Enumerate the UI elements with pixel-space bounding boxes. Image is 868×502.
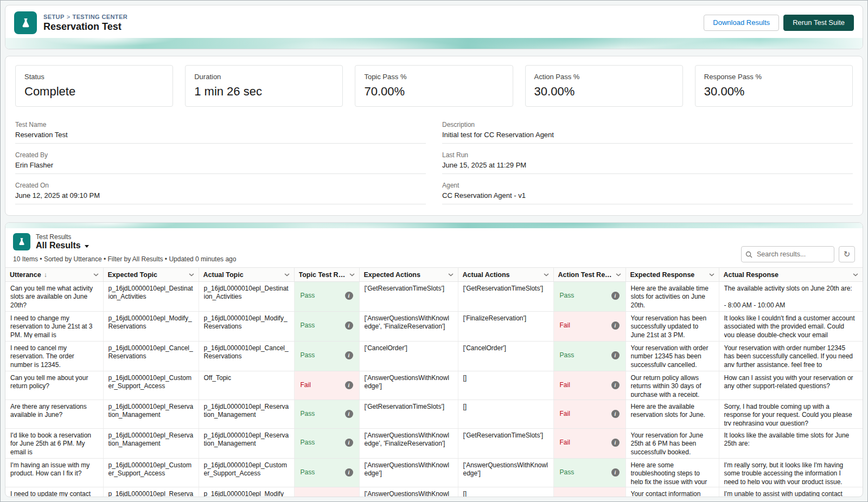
list-view-selector[interactable]: All Results	[36, 241, 89, 250]
info-icon[interactable]: i	[345, 468, 353, 477]
field-value: Reservation Test	[15, 131, 426, 139]
search-icon	[745, 250, 752, 260]
table-row: Are there any reservations available in …	[5, 400, 863, 429]
cell-actual-topic: p_16jdL0000010epl_Reservation_Management	[199, 429, 294, 459]
column-header-actual-actions[interactable]: Actual Actions	[458, 268, 553, 282]
cell-expected-response[interactable]: Your reservation for June 25th at 6 PM h…	[626, 429, 719, 459]
field-value: Initial test for CC Reservation Agent	[442, 131, 853, 139]
test-results-card: Test Results All Results 10 Items • Sort…	[5, 222, 863, 497]
cell-utterance: I'm having an issue with my product. How…	[5, 459, 103, 487]
chevron-down-icon[interactable]	[189, 273, 194, 276]
column-header-topic-test-result[interactable]: Topic Test Result	[294, 268, 359, 282]
info-icon[interactable]: i	[345, 381, 353, 389]
cell-actual-response[interactable]: Your reservation with order number 12345…	[719, 342, 863, 371]
field-label: Agent	[442, 182, 853, 189]
cell-actual-topic: p_16jdL0000010epl_Reservation_Management	[199, 400, 294, 429]
cell-topic-result: Passi	[294, 282, 359, 312]
cell-actual-response[interactable]: The available activity slots on June 20t…	[719, 282, 863, 312]
table-row: I need to update my contact information.…	[5, 487, 863, 497]
result-value: Fail	[301, 381, 311, 389]
table-row: I need to change my reservation to June …	[5, 312, 863, 342]
rerun-test-suite-button[interactable]: Rerun Test Suite	[783, 15, 854, 31]
cell-expected-response[interactable]: Your contact information has been succes…	[626, 487, 719, 497]
cell-actual-topic: p_16jdL0000010epl_Modify_Reservations	[199, 487, 294, 497]
breadcrumb-setup-link[interactable]: SETUP	[43, 14, 65, 20]
details-grid: Test Name Reservation Test Description I…	[15, 117, 853, 208]
stat-value: Complete	[24, 85, 164, 99]
cell-utterance: I need to update my contact information.…	[5, 487, 103, 497]
column-header-actual-response[interactable]: Actual Response	[719, 268, 863, 282]
results-table-container[interactable]: Utterance↓Expected TopicActual TopicTopi…	[5, 267, 863, 497]
cell-actual-response[interactable]: How can I assist you with your reservati…	[719, 371, 863, 400]
cell-expected-actions: ['GetReservationTimeSlots']	[359, 282, 458, 312]
column-header-expected-actions[interactable]: Expected Actions	[359, 268, 458, 282]
chevron-down-icon[interactable]	[448, 273, 454, 276]
field-label: Last Run	[442, 151, 853, 159]
info-icon[interactable]: i	[611, 321, 620, 330]
info-icon[interactable]: i	[611, 292, 620, 300]
cell-expected-response[interactable]: Here are some troubleshooting steps to h…	[626, 459, 719, 487]
cell-actual-actions: ['GetReservationTimeSlots']	[458, 282, 553, 312]
cell-actual-response[interactable]: Sorry, I had trouble coming up with a re…	[719, 400, 863, 429]
info-icon[interactable]: i	[345, 321, 353, 330]
info-icon[interactable]: i	[611, 351, 620, 359]
result-value: Fail	[560, 410, 570, 417]
cell-expected-topic: p_16jdL0000010epl_Customer_Support_Acces…	[103, 459, 199, 487]
info-icon[interactable]: i	[611, 381, 620, 389]
page-header: SETUP>TESTING CENTER Reservation Test Do…	[5, 5, 863, 49]
cell-utterance: Are there any reservations available in …	[5, 400, 103, 429]
stat-topic-pass: Topic Pass % 70.00%	[355, 65, 513, 107]
cell-actual-response[interactable]: I'm unable to assist with updating conta…	[719, 487, 863, 497]
cell-expected-response[interactable]: Your reservation has been successfully u…	[626, 312, 719, 342]
cell-expected-topic: p_16jdL0000010epl_Modify_Reservations	[103, 312, 199, 342]
info-icon[interactable]: i	[345, 292, 353, 300]
chevron-down-icon[interactable]	[616, 273, 621, 276]
testing-center-page: SETUP>TESTING CENTER Reservation Test Do…	[0, 0, 868, 502]
cell-expected-actions: ['AnswerQuestionsWithKnowledge']	[359, 459, 458, 487]
cell-expected-actions: ['AnswerQuestionsWithKnowledge', 'Finali…	[359, 487, 458, 497]
cell-actual-response[interactable]: It looks like I couldn't find a customer…	[719, 312, 863, 342]
refresh-button[interactable]: ↻	[839, 246, 855, 262]
info-icon[interactable]: i	[345, 351, 353, 359]
column-header-actual-topic[interactable]: Actual Topic	[199, 268, 294, 282]
column-header-expected-response[interactable]: Expected Response	[626, 268, 719, 282]
download-results-button[interactable]: Download Results	[704, 15, 779, 31]
cell-expected-response[interactable]: Here are the available reservation slots…	[626, 400, 719, 429]
cell-expected-response[interactable]: Here are the available time slots for ac…	[626, 282, 719, 312]
cell-expected-response[interactable]: Our return policy allows returns within …	[626, 371, 719, 400]
cell-actual-actions: []	[458, 487, 553, 497]
column-header-action-test-result[interactable]: Action Test Result	[553, 268, 626, 282]
result-value: Pass	[301, 439, 315, 446]
chevron-down-icon[interactable]	[93, 273, 99, 276]
search-input[interactable]	[741, 246, 834, 262]
cell-expected-actions: ['GetReservationTimeSlots']	[359, 400, 458, 429]
info-icon[interactable]: i	[611, 468, 620, 477]
chevron-down-icon[interactable]	[709, 273, 714, 276]
chevron-down-icon[interactable]	[349, 273, 355, 276]
cell-topic-result: Faili	[294, 487, 359, 497]
stat-value: 30.00%	[534, 85, 674, 99]
cell-actual-response[interactable]: It looks like the available time slots f…	[719, 429, 863, 459]
stat-status: Status Complete	[15, 65, 173, 107]
chevron-down-icon[interactable]	[853, 273, 858, 276]
cell-action-result: Faili	[553, 400, 626, 429]
table-row: Can you tell me what activity slots are …	[5, 282, 863, 312]
column-header-utterance[interactable]: Utterance↓	[5, 268, 103, 282]
chevron-down-icon[interactable]	[544, 273, 549, 276]
cell-action-result: Faili	[553, 371, 626, 400]
cell-actual-response[interactable]: I'm really sorry, but it looks like I'm …	[719, 459, 863, 487]
column-header-expected-topic[interactable]: Expected Topic	[103, 268, 199, 282]
cell-actual-topic: p_16jdL0000010epl_Cancel_Reservations	[199, 342, 294, 371]
info-icon[interactable]: i	[345, 439, 353, 447]
cell-expected-response[interactable]: Your reservation with order number 12345…	[626, 342, 719, 371]
stat-label: Status	[24, 73, 164, 81]
search-box	[741, 246, 834, 262]
breadcrumb-testing-center-link[interactable]: TESTING CENTER	[73, 14, 128, 20]
page-title: Reservation Test	[43, 21, 127, 33]
cell-actual-topic: p_16jdL0000010epl_Customer_Support_Acces…	[199, 459, 294, 487]
chevron-down-icon[interactable]	[284, 273, 290, 276]
info-icon[interactable]: i	[611, 410, 620, 418]
stat-value: 70.00%	[364, 85, 503, 99]
info-icon[interactable]: i	[345, 410, 353, 418]
info-icon[interactable]: i	[611, 439, 620, 447]
